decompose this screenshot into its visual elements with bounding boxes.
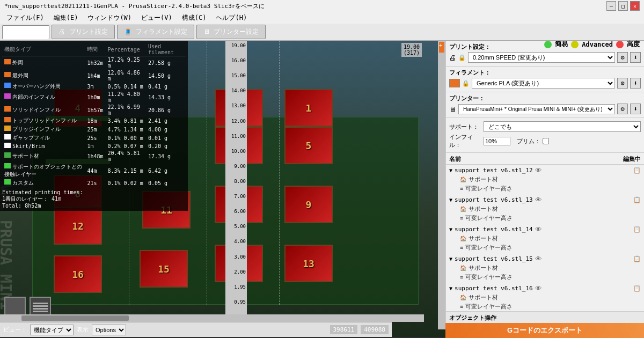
- obj-sub-item: 🏠サポート材: [449, 204, 641, 214]
- print-settings-info-btn[interactable]: ⬇: [630, 52, 641, 63]
- obj-name: support test v6.stl_14: [455, 226, 533, 233]
- visibility-icon[interactable]: 👁: [535, 225, 542, 233]
- obj-edit-icon[interactable]: 📋: [633, 167, 641, 174]
- printer-section: プリンター： 🖥 HanaPrusaMini+ * Original Prusa…: [446, 92, 644, 118]
- y-axis-label: 3.00: [234, 254, 246, 260]
- scroll-thumb[interactable]: [21, 315, 129, 321]
- obj-name: support test v6.stl_13: [455, 196, 533, 203]
- v-scrollbar[interactable]: +: [438, 41, 445, 329]
- show-select[interactable]: Options: [92, 325, 126, 335]
- stats-overlay: 機能タイプ 時間 Percentage Used filament 外周 1h3…: [0, 41, 188, 211]
- maximize-button[interactable]: □: [618, 1, 628, 11]
- obj-edit-icon[interactable]: 📋: [633, 255, 641, 262]
- stats-pct: 17.2% 9.25 m: [106, 56, 146, 70]
- expand-icon: ▼: [449, 226, 452, 232]
- h-scrollbar[interactable]: [0, 314, 424, 322]
- visibility-icon[interactable]: 👁: [535, 255, 542, 263]
- y-axis-label: 0.95: [234, 299, 246, 305]
- layer1-time: 41m: [52, 196, 61, 202]
- filament-select[interactable]: Generic PLA (変更あり): [472, 78, 615, 89]
- y-axis-label: 16.00: [231, 58, 246, 63]
- stats-row: サポート材 1h48m 20.4% 5.81 m 17.34 g: [2, 150, 186, 163]
- brim-checkbox[interactable]: [543, 138, 549, 144]
- scene-obj-9: 9: [284, 186, 333, 223]
- menubar-item[interactable]: ヘルプ(H): [211, 12, 251, 24]
- filament-edit-btn[interactable]: ⚙: [617, 78, 628, 89]
- filament-color-swatch[interactable]: [449, 79, 460, 87]
- stats-pct: 12.0% 4.86 m: [106, 69, 146, 82]
- filament-row: 🔒 Generic PLA (変更あり) ⚙ ⬇: [449, 78, 641, 89]
- menubar-item[interactable]: ウィンドウ(W): [83, 12, 136, 24]
- obj-sub-item: ≡可変レイヤー高さ: [449, 302, 641, 311]
- obj-sub-item: 🏠サポート材: [449, 234, 641, 243]
- obj-edit-icon[interactable]: 📋: [633, 285, 641, 292]
- stats-label: サポートのオブジェクトとの接触レイヤー: [4, 164, 82, 177]
- stats-label: オーバーハング外周: [12, 83, 61, 89]
- y-axis-label: 19.00: [231, 43, 246, 48]
- y-axis-label: 15.00: [231, 73, 246, 78]
- advanced-mode-label[interactable]: Advanced: [582, 41, 613, 48]
- obj-name: support test v6.stl_15: [455, 255, 533, 262]
- titlebar-title: *new_supporttest20211211-1GenPLA - Prusa…: [4, 2, 265, 10]
- viewport[interactable]: 機能タイプ 時間 Percentage Used filament 外周 1h3…: [0, 41, 445, 337]
- high-mode-label[interactable]: 高度: [627, 40, 640, 49]
- obj-group-header[interactable]: ▼ support test v6.stl_16 👁 📋: [449, 284, 641, 293]
- printer-info-btn[interactable]: ⬇: [630, 104, 641, 114]
- expand-icon: ▼: [449, 256, 452, 262]
- printer-select[interactable]: HanaPrusaMini+ * Original Prusa MINI & M…: [458, 104, 615, 114]
- visibility-icon[interactable]: 👁: [535, 166, 542, 174]
- obj-group: ▼ support test v6.stl_12 👁 📋 🏠サポート材≡可変レイ…: [446, 165, 644, 194]
- infill-input[interactable]: [484, 137, 510, 145]
- obj-edit-icon[interactable]: 📋: [633, 196, 641, 203]
- toolbar-tab-2[interactable]: 🧵 フィラメント設定: [117, 25, 194, 39]
- sub-item-label: サポート材: [469, 175, 498, 183]
- obj-group-header[interactable]: ▼ support test v6.stl_12 👁 📋: [449, 166, 641, 175]
- expand-icon: ▼: [449, 285, 452, 291]
- advanced-dot: [571, 41, 579, 48]
- menubar-item[interactable]: ファイル(F): [2, 12, 48, 24]
- menubar-item[interactable]: ビュー(V): [137, 12, 177, 24]
- col-pct: Percentage: [106, 43, 146, 56]
- scene-obj-13: 13: [284, 245, 333, 282]
- stats-row: ソリッドインフィル 1h57m 22.1% 6.99 m 20.86 g: [2, 104, 186, 116]
- support-select[interactable]: どこでも: [484, 121, 641, 132]
- stats-weight: 2.41 g: [146, 116, 186, 125]
- menubar-item[interactable]: 編集(E): [49, 12, 83, 24]
- gcode-export-button[interactable]: Gコードのエクスポート: [445, 323, 644, 338]
- total-label: Total:: [2, 203, 21, 209]
- print-settings-select[interactable]: 0.20mm SPEED (変更あり): [468, 52, 615, 63]
- visibility-icon[interactable]: 👁: [535, 284, 542, 292]
- obj-group-header[interactable]: ▼ support test v6.stl_15 👁 📋: [449, 254, 641, 263]
- visibility-icon[interactable]: 👁: [535, 196, 542, 204]
- stats-weight: 14.50 g: [146, 69, 186, 82]
- obj-edit-icon[interactable]: 📋: [633, 226, 641, 233]
- toolbar-tab-1[interactable]: 🖨 プリント設定: [52, 25, 114, 39]
- toolbar-tab-3[interactable]: 🖥 プリンター設定: [196, 25, 266, 39]
- obj-group-header[interactable]: ▼ support test v6.stl_13 👁 📋: [449, 195, 641, 204]
- stats-row: サポートのオブジェクトとの接触レイヤー 44m 8.3% 2.15 m 6.42…: [2, 163, 186, 179]
- toolbar-tab-0[interactable]: ● プレート: [2, 25, 49, 39]
- sub-item-icon: 🏠: [460, 265, 466, 271]
- expand-icon: ▼: [449, 167, 452, 173]
- obj-group-header[interactable]: ▼ support test v6.stl_14 👁 📋: [449, 225, 641, 234]
- menubar-item[interactable]: 構成(C): [178, 12, 211, 24]
- print-settings-edit-btn[interactable]: ⚙: [617, 52, 628, 63]
- estimated-label: Estimated printing times:: [2, 189, 83, 195]
- stats-row: ギャップフィル 25s 0.1% 0.00 m 0.01 g: [2, 134, 186, 142]
- simple-mode-label[interactable]: 簡易: [555, 40, 568, 49]
- stats-pct: 0.1% 0.00 m: [106, 134, 146, 142]
- minimize-button[interactable]: ─: [606, 1, 616, 11]
- scroll-btn-top[interactable]: +: [439, 42, 444, 53]
- stats-time: 1h32m: [85, 56, 105, 70]
- sub-item-label: 可変レイヤー高さ: [465, 214, 513, 222]
- close-button[interactable]: ✕: [630, 1, 640, 11]
- col-filament: Used filament: [146, 43, 186, 56]
- coord-bottom-1: 398611: [330, 325, 358, 334]
- stats-weight: 0.05 g: [146, 179, 186, 187]
- filament-info-btn[interactable]: ⬇: [630, 78, 641, 89]
- scene-obj-1: 1: [284, 89, 333, 127]
- print-settings-row: 🖨 🔒 0.20mm SPEED (変更あり) ⚙ ⬇: [449, 52, 641, 63]
- view-select[interactable]: 機能タイプ: [30, 325, 74, 335]
- printer-edit-btn[interactable]: ⚙: [617, 104, 628, 114]
- object-list: ▼ support test v6.stl_12 👁 📋 🏠サポート材≡可変レイ…: [446, 165, 644, 311]
